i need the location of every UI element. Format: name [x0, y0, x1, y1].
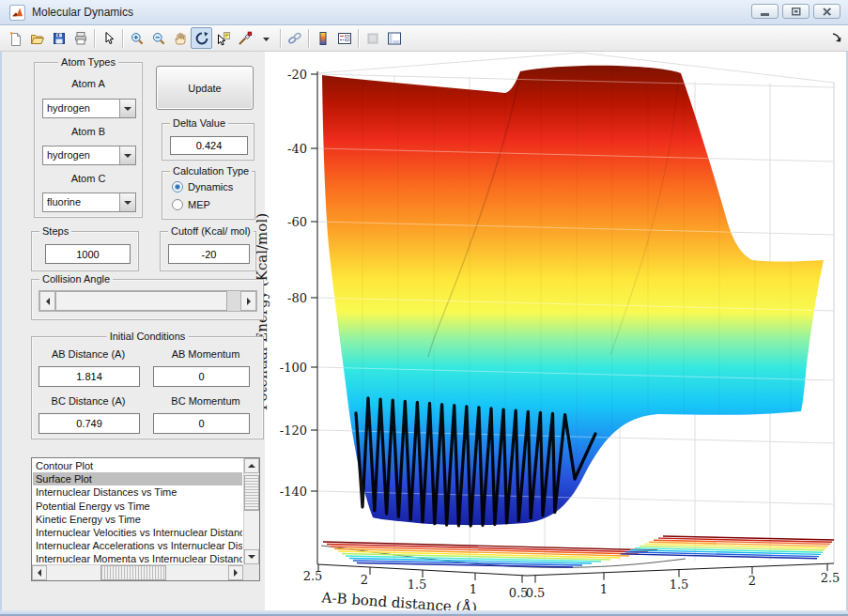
update-button[interactable]: Update [156, 66, 254, 110]
svg-text:2: 2 [361, 573, 368, 587]
ab-distance-input[interactable] [39, 366, 140, 387]
hide-plot-tools-button[interactable] [362, 27, 383, 49]
cutoff-input[interactable] [168, 244, 250, 264]
maximize-icon [792, 8, 801, 16]
arrow-right-icon [247, 298, 251, 305]
pan-button[interactable] [169, 27, 191, 49]
svg-text:1: 1 [470, 582, 477, 596]
atom-b-select[interactable]: hydrogen [42, 146, 136, 165]
panel-title: Calculation Type [170, 165, 252, 177]
plot-type-listbox[interactable]: Contour PlotSurface PlotInternuclear Dis… [31, 457, 260, 581]
scroll-up-button[interactable] [244, 458, 259, 473]
dropdown-arrow-button[interactable] [119, 193, 135, 211]
list-item[interactable]: Kinetic Energy vs Time [33, 513, 242, 526]
collision-angle-slider[interactable] [39, 290, 257, 312]
toolbar-separator [280, 29, 281, 48]
delta-input[interactable] [170, 136, 248, 155]
brush-icon [238, 31, 253, 46]
open-file-button[interactable] [26, 27, 48, 49]
list-item[interactable]: Internuclear Accelerations vs Internucle… [33, 539, 242, 552]
list-item[interactable]: Internuclear Velocities vs Internuclear … [33, 526, 242, 539]
atom-c-select[interactable]: fluorine [42, 192, 136, 212]
atom-b-label: Atom B [35, 126, 142, 137]
toolbar-separator [94, 29, 95, 48]
zoom-in-button[interactable] [126, 27, 147, 49]
chevron-down-icon [124, 154, 131, 158]
toolbar-separator [358, 29, 359, 48]
svg-text:1.5: 1.5 [408, 578, 427, 592]
dropdown-arrow-button[interactable] [119, 100, 135, 117]
bc-momentum-input[interactable] [153, 413, 250, 434]
slider-left-button[interactable] [39, 291, 55, 311]
save-button[interactable] [48, 27, 69, 49]
vertical-scrollbar[interactable] [243, 458, 259, 564]
scrollbar-thumb[interactable] [244, 475, 259, 511]
zoom-out-button[interactable] [147, 27, 169, 49]
new-file-button[interactable] [5, 27, 26, 49]
panel-title: Steps [39, 225, 71, 237]
toolbar-overflow-icon[interactable] [831, 32, 842, 43]
panel-title: Delta Value [170, 117, 228, 129]
insert-colorbar-button[interactable] [312, 27, 333, 49]
mep-radio-label: MEP [188, 199, 210, 210]
insert-legend-button[interactable] [333, 27, 355, 49]
link-plot-icon [287, 31, 302, 46]
list-item[interactable]: Contour Plot [33, 459, 242, 472]
list-item[interactable]: Internuclear Distances vs Time [33, 485, 242, 499]
mep-radio[interactable]: MEP [172, 199, 210, 210]
svg-text:-120: -120 [280, 424, 307, 438]
list-item[interactable]: Surface Plot [33, 472, 242, 485]
titlebar[interactable]: Molecular Dynamics [0, 0, 848, 25]
ab-momentum-input[interactable] [153, 366, 250, 387]
print-icon [73, 31, 88, 46]
ab-momentum-label: AB Momentum [149, 348, 262, 360]
panel-title: Cutoff (Kcal/ mol) [168, 225, 254, 237]
scroll-right-button[interactable] [228, 565, 243, 580]
dropdown-arrow-button[interactable] [119, 146, 135, 164]
delta-value-panel: Delta Value [162, 123, 254, 161]
slider-thumb[interactable] [55, 291, 227, 311]
close-button[interactable] [813, 4, 840, 19]
pan-icon [173, 31, 188, 46]
svg-text:1.5: 1.5 [670, 578, 689, 592]
maximize-button[interactable] [782, 4, 809, 19]
scrollbar-thumb[interactable] [100, 565, 166, 580]
show-plot-tools-button[interactable] [383, 27, 405, 49]
brush-dropdown-icon [262, 31, 270, 46]
rotate-3d-icon [194, 31, 209, 46]
svg-text:2.5: 2.5 [303, 569, 323, 583]
link-plot-button[interactable] [284, 27, 305, 49]
dynamics-radio[interactable]: Dynamics [172, 181, 233, 192]
close-icon [823, 8, 832, 16]
slider-right-button[interactable] [240, 291, 256, 311]
zoom-in-icon [130, 31, 145, 46]
rotate-3d-button[interactable] [191, 27, 212, 49]
list-item[interactable]: Potential Energy vs Time [33, 500, 242, 513]
brush-button[interactable] [234, 27, 255, 49]
toolbar-separator [122, 29, 123, 48]
cursor-button[interactable] [98, 27, 119, 49]
scroll-down-button[interactable] [244, 549, 259, 564]
brush-dropdown-button[interactable] [255, 27, 277, 49]
svg-text:-40: -40 [287, 142, 307, 156]
svg-text:-20: -20 [287, 68, 307, 82]
horizontal-scrollbar[interactable] [32, 564, 243, 580]
cursor-icon [101, 31, 116, 46]
calculation-type-panel: Calculation Type Dynamics MEP [162, 171, 255, 220]
svg-text:2: 2 [748, 574, 756, 588]
print-button[interactable] [69, 27, 91, 49]
atom-a-label: Atom A [35, 78, 142, 89]
arrow-left-icon [38, 569, 41, 577]
scroll-left-button[interactable] [32, 565, 47, 580]
atom-a-select[interactable]: hydrogen [42, 99, 136, 118]
arrow-left-icon [46, 298, 50, 305]
list-item[interactable]: Internuclear Momenta vs Internuclear Dis… [33, 552, 242, 563]
steps-panel: Steps [31, 231, 139, 271]
insert-colorbar-icon [316, 31, 331, 46]
bc-distance-input[interactable] [39, 413, 140, 434]
steps-input[interactable] [45, 244, 131, 264]
data-cursor-button[interactable] [212, 27, 234, 49]
minimize-button[interactable] [751, 4, 779, 19]
insert-legend-icon [337, 31, 352, 46]
data-cursor-icon [216, 31, 231, 46]
